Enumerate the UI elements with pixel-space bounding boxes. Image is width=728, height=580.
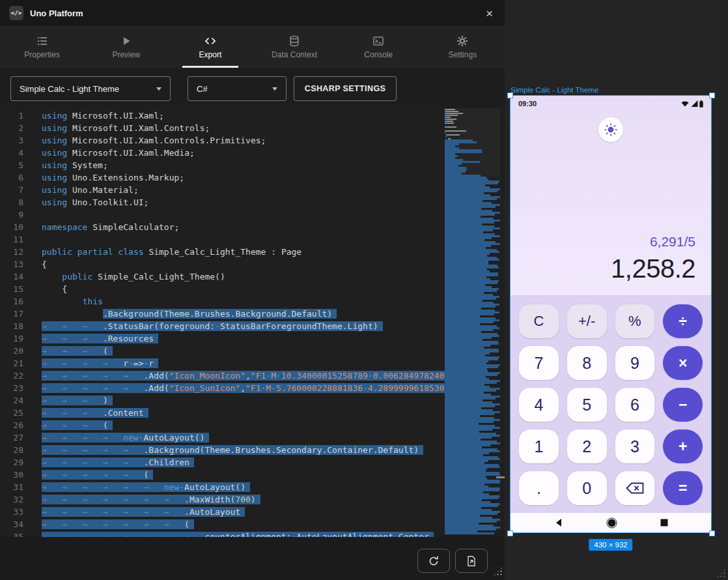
code-selection: →→→→→→→(	[42, 519, 194, 529]
gear-icon	[456, 35, 468, 47]
line-number: 33	[0, 506, 42, 518]
code-line: 29→→→→→.Children	[0, 456, 505, 469]
status-icons	[681, 100, 703, 108]
chevron-down-icon	[272, 87, 277, 91]
key-3[interactable]: 3	[615, 429, 655, 463]
key-8[interactable]: 8	[567, 346, 607, 380]
code-line-content: →→→→→(	[42, 469, 505, 481]
code-selection: →→→→→→→.AutoLayout	[42, 507, 245, 517]
code-line-content: public partial class Simple_Calc_Light_T…	[42, 246, 505, 258]
key-4[interactable]: 4	[519, 388, 559, 422]
export-file-icon	[466, 555, 477, 567]
battery-icon	[699, 100, 703, 108]
code-selection: →→→)	[42, 396, 113, 405]
key-6[interactable]: 6	[615, 388, 655, 422]
code-selection: →→→→→.Children	[42, 457, 194, 467]
code-line-content: using Microsoft.UI.Xaml.Media;	[42, 147, 505, 159]
key-0[interactable]: 0	[567, 471, 607, 505]
key-percent[interactable]: %	[615, 304, 655, 338]
key-decimal[interactable]: .	[519, 471, 559, 505]
key-divide[interactable]: ÷	[663, 304, 703, 338]
line-number: 24	[0, 394, 42, 407]
minimap-line	[445, 532, 500, 534]
frame-label[interactable]: Simple Calc - Light Theme	[511, 86, 598, 94]
code-line: 15 {	[0, 283, 505, 295]
code-editor[interactable]: 1using Microsoft.UI.Xaml;2using Microsof…	[0, 109, 505, 537]
code-line: 26→→→(	[0, 419, 505, 431]
code-line-content: →→→→→.Add("Icon_SunIcon","F1·M·5.7600002…	[42, 382, 505, 394]
signal-icon	[691, 100, 698, 107]
calc-result: 1,258.2	[611, 254, 695, 283]
tab-settings[interactable]: Settings	[421, 26, 505, 68]
code-line: 19→→→.Resources	[0, 332, 505, 345]
code-line: 9	[0, 209, 505, 221]
language-dropdown[interactable]: C#	[188, 76, 287, 101]
close-icon[interactable]: ×	[483, 7, 496, 20]
key-minus[interactable]: −	[663, 388, 703, 422]
theme-toggle-button[interactable]	[598, 117, 623, 142]
code-line: 22→→→→→.Add("Icon_MoonIcon","F1·M·10.340…	[0, 370, 505, 382]
window-resize-grip[interactable]	[716, 568, 726, 578]
code-selection: →→→→→.Background(Theme.Brushes.Secondary…	[42, 445, 423, 455]
nav-back-button[interactable]	[554, 518, 563, 527]
line-number: 2	[0, 122, 42, 134]
key-equals[interactable]: =	[663, 471, 703, 505]
export-file-button[interactable]	[455, 549, 488, 573]
export-toolbar: Simple Calc - Light Theme C# CSHARP SETT…	[0, 68, 505, 109]
line-number: 11	[0, 233, 42, 246]
code-line-content: →→→→→→→→counterAlignment:·AutoLayoutAlig…	[42, 530, 505, 537]
code-line: 1using Microsoft.UI.Xaml;	[0, 109, 505, 122]
code-line-content: using Uno.Extensions.Markup;	[42, 171, 505, 184]
nav-recents-button[interactable]	[660, 519, 668, 527]
line-number: 22	[0, 370, 42, 382]
code-line: 33→→→→→→→.AutoLayout	[0, 506, 505, 518]
code-selection: →→→.StatusBar(foreground:·StatusBarForeg…	[42, 321, 383, 331]
tab-data-context[interactable]: Data Context	[253, 26, 337, 68]
component-dropdown-value: Simple Calc - Light Theme	[20, 84, 119, 94]
nav-home-button[interactable]	[606, 517, 617, 529]
tab-label-console: Console	[364, 50, 393, 59]
code-selection: →→→(	[42, 420, 113, 430]
csharp-settings-button[interactable]: CSHARP SETTINGS	[294, 76, 397, 101]
android-nav-bar	[511, 513, 711, 532]
key-5[interactable]: 5	[567, 388, 607, 422]
code-line: 25→→→.Content	[0, 407, 505, 419]
key-2[interactable]: 2	[567, 429, 607, 463]
code-line: 16 this	[0, 295, 505, 308]
window-title: Uno Platform	[30, 8, 83, 18]
key-1[interactable]: 1	[519, 429, 559, 463]
tab-export[interactable]: Export	[168, 26, 252, 68]
code-line: 27→→→→new·AutoLayout()	[0, 431, 505, 444]
code-line-content: using Uno.Material;	[42, 184, 505, 196]
tab-preview[interactable]: Preview	[84, 26, 168, 68]
preview-stage[interactable]: Simple Calc - Light Theme 09:30	[505, 0, 728, 580]
selection-handle-bottom-right[interactable]	[709, 530, 715, 536]
code-line-content: →→→.StatusBar(foreground:·StatusBarForeg…	[42, 320, 505, 332]
title-bar: </> Uno Platform ×	[0, 0, 505, 26]
component-dropdown[interactable]: Simple Calc - Light Theme	[10, 76, 171, 101]
code-line: 3using Microsoft.UI.Xaml.Controls.Primit…	[0, 134, 505, 147]
key-clear[interactable]: C	[519, 304, 559, 338]
language-dropdown-value: C#	[197, 84, 208, 94]
key-7[interactable]: 7	[519, 346, 559, 380]
code-line: 30→→→→→(	[0, 469, 505, 481]
key-backspace[interactable]	[615, 471, 655, 505]
selection-handle-top-right[interactable]	[709, 93, 715, 98]
key-plus[interactable]: +	[663, 429, 703, 463]
play-icon	[120, 35, 132, 47]
selection-handle-bottom-left[interactable]	[507, 530, 513, 536]
tab-properties[interactable]: Properties	[0, 26, 84, 68]
key-9[interactable]: 9	[615, 346, 655, 380]
recents-square-icon	[660, 519, 668, 527]
key-plus-minus[interactable]: +/-	[567, 304, 607, 338]
key-multiply[interactable]: ×	[663, 346, 703, 380]
code-line: 24→→→)	[0, 394, 505, 407]
phone-frame[interactable]: 09:30 6,29	[510, 95, 712, 533]
selection-handle-top-left[interactable]	[507, 93, 513, 98]
status-bar: 09:30	[511, 96, 711, 111]
refresh-button[interactable]	[417, 549, 450, 573]
code-line-content: →→→→→→new·AutoLayout()	[42, 481, 505, 493]
minimap[interactable]	[445, 108, 500, 534]
tab-console[interactable]: Console	[337, 26, 421, 68]
panel-resize-grip[interactable]	[493, 566, 503, 576]
